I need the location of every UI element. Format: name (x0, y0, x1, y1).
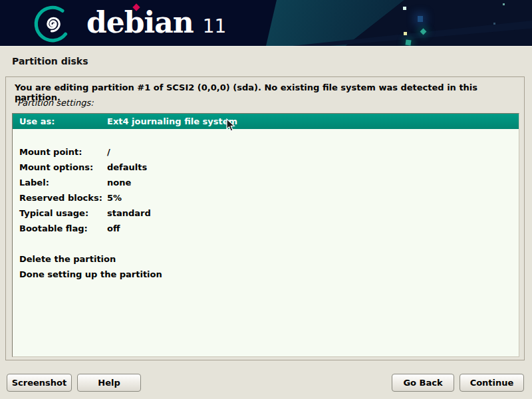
settings-row-value: 5% (107, 193, 122, 203)
go-back-button[interactable]: Go Back (392, 374, 454, 392)
banner-decoration (418, 16, 423, 22)
settings-row-value: off (107, 223, 120, 233)
settings-row-spacer (13, 236, 519, 251)
screenshot-button[interactable]: Screenshot (7, 374, 72, 392)
brand: debian 11 (86, 4, 226, 44)
settings-row[interactable]: Delete the partition (13, 251, 519, 267)
settings-row-label: Use as: (19, 114, 107, 129)
brand-name: debian (86, 4, 194, 41)
settings-row-value: Ext4 journaling file system (107, 116, 237, 126)
settings-row[interactable]: Reserved blocks:5% (13, 190, 519, 205)
settings-row-value: defaults (107, 162, 147, 172)
partition-settings-list[interactable]: Use as:Ext4 journaling file systemMount … (12, 113, 519, 357)
settings-row-label: Done setting up the partition (19, 267, 162, 282)
settings-row-label: Mount point: (19, 144, 107, 160)
mouse-cursor (226, 118, 235, 132)
partition-settings-label: Partition settings: (17, 98, 94, 108)
banner-decoration (403, 7, 406, 10)
settings-row[interactable]: Mount options:defaults (13, 160, 519, 175)
continue-button[interactable]: Continue (460, 374, 524, 392)
help-button[interactable]: Help (77, 374, 141, 392)
banner-decoration (0, 0, 532, 46)
settings-row-label: Typical usage: (19, 205, 107, 221)
settings-row[interactable]: Bootable flag:off (13, 221, 519, 236)
settings-row-value: standard (107, 208, 151, 218)
settings-row[interactable]: Done setting up the partition (13, 267, 519, 282)
settings-row-value: none (107, 178, 131, 188)
settings-row-label: Mount options: (19, 160, 107, 175)
settings-row-label: Bootable flag: (19, 221, 107, 236)
banner-decoration (493, 23, 495, 25)
banner-decoration (503, 3, 505, 5)
settings-row[interactable]: Label:none (13, 175, 519, 190)
content-frame: You are editing partition #1 of SCSI2 (0… (5, 76, 525, 360)
page-title: Partition disks (12, 56, 88, 66)
banner-decoration (405, 39, 411, 45)
settings-row[interactable]: Mount point:/ (13, 144, 519, 160)
debian-logo-icon (31, 1, 74, 45)
settings-row-value: / (107, 147, 110, 157)
settings-row-label: Label: (19, 175, 107, 190)
settings-row[interactable]: Use as:Ext4 journaling file system (13, 114, 519, 129)
settings-row-spacer (13, 129, 519, 144)
settings-row-label: Reserved blocks: (19, 190, 107, 205)
settings-row[interactable]: Typical usage:standard (13, 205, 519, 221)
brand-version: 11 (203, 15, 227, 37)
banner: debian 11 (0, 0, 532, 47)
banner-decoration (404, 32, 407, 35)
settings-row-label: Delete the partition (19, 251, 116, 267)
